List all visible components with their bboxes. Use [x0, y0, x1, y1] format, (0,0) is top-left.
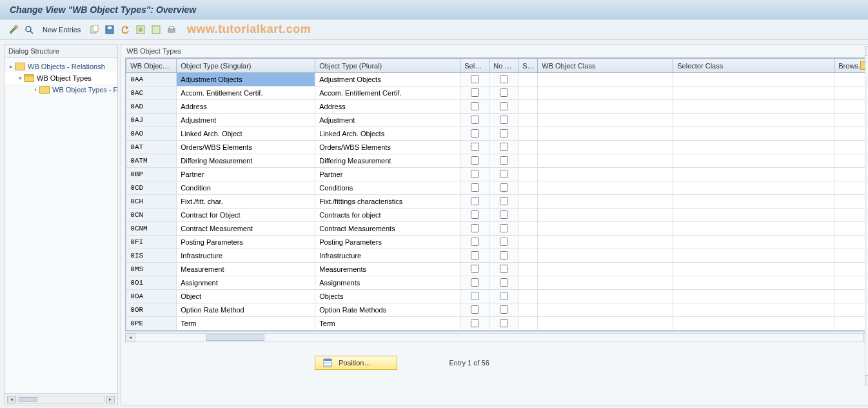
cell-brows-ob[interactable] — [834, 127, 868, 141]
table-row[interactable]: 0AOLinked Arch. ObjectLinked Arch. Objec… — [126, 127, 868, 141]
cell-object-type-plural[interactable]: Orders/WBS Elements — [315, 141, 460, 154]
table-vscroll-track[interactable] — [865, 56, 868, 375]
column-header[interactable]: No E… — [489, 59, 518, 73]
cell-selector-class[interactable] — [673, 222, 834, 236]
cell-select-checkbox[interactable] — [471, 197, 479, 205]
cell-select-checkbox[interactable] — [471, 238, 479, 246]
cell-selector-class[interactable] — [673, 276, 834, 290]
cell-object-type-plural[interactable]: Contracts for object — [315, 209, 460, 222]
cell-no-e-checkbox[interactable] — [500, 265, 508, 273]
cell-object-type-plural[interactable]: Option Rate Methods — [315, 303, 460, 317]
cell-wb-object-code[interactable]: 0FI — [126, 236, 177, 249]
cell-selector-class[interactable] — [673, 168, 834, 181]
cell-selector-class[interactable] — [673, 100, 834, 114]
cell-selector-class[interactable] — [673, 209, 834, 222]
cell-object-type-plural[interactable]: Posting Parameters — [315, 236, 460, 249]
cell-select-checkbox[interactable] — [471, 116, 479, 124]
cell-object-type-singular[interactable]: Infrastructure — [177, 249, 315, 263]
cell-s[interactable] — [518, 114, 538, 127]
cell-wb-object-code[interactable]: 0PE — [126, 317, 177, 331]
cell-brows-ob[interactable] — [834, 195, 868, 209]
table-row[interactable]: 0CDConditionConditions — [126, 181, 868, 195]
cell-wb-object-class[interactable] — [538, 263, 673, 276]
cell-brows-ob[interactable] — [834, 168, 868, 181]
cell-wb-object-code[interactable]: 0AC — [126, 87, 177, 100]
cell-object-type-singular[interactable]: Fixt./fitt. char. — [177, 195, 315, 209]
cell-select-checkbox[interactable] — [471, 143, 479, 151]
cell-no-e-checkbox[interactable] — [500, 292, 508, 300]
cell-brows-ob[interactable] — [834, 236, 868, 249]
cell-no-e-checkbox[interactable] — [500, 183, 508, 192]
cell-object-type-plural[interactable]: Term — [315, 317, 460, 331]
cell-wb-object-class[interactable] — [538, 209, 673, 222]
cell-brows-ob[interactable] — [834, 317, 868, 331]
cell-object-type-singular[interactable]: Object — [177, 290, 315, 303]
cell-object-type-singular[interactable]: Contract Measurement — [177, 222, 315, 236]
cell-no-e-checkbox[interactable] — [500, 278, 508, 287]
cell-brows-ob[interactable] — [834, 73, 868, 87]
cell-s[interactable] — [518, 195, 538, 209]
cell-wb-object-class[interactable] — [538, 73, 673, 87]
cell-wb-object-code[interactable]: 0CH — [126, 195, 177, 209]
cell-object-type-plural[interactable]: Assignments — [315, 276, 460, 290]
column-header[interactable]: Selec… — [460, 59, 489, 73]
cell-selector-class[interactable] — [673, 127, 834, 141]
table-row[interactable]: 0CNMContract MeasurementContract Measure… — [126, 222, 868, 236]
cell-s[interactable] — [518, 263, 538, 276]
cell-no-e-checkbox[interactable] — [500, 156, 508, 165]
table-row[interactable]: 0OAObjectObjects — [126, 290, 868, 303]
cell-wb-object-code[interactable]: 0AA — [126, 73, 177, 87]
sidebar-scroll-left[interactable]: ◂ — [7, 396, 16, 403]
cell-wb-object-code[interactable]: 0CN — [126, 209, 177, 222]
cell-s[interactable] — [518, 290, 538, 303]
cell-brows-ob[interactable] — [834, 222, 868, 236]
cell-select-checkbox[interactable] — [471, 183, 479, 192]
tree-twisty-icon[interactable]: ▾ — [16, 75, 24, 81]
cell-object-type-singular[interactable]: Condition — [177, 181, 315, 195]
copy-icon[interactable] — [88, 24, 100, 36]
cell-selector-class[interactable] — [673, 141, 834, 154]
table-row[interactable]: 0CNContract for ObjectContracts for obje… — [126, 209, 868, 222]
cell-select-checkbox[interactable] — [471, 170, 479, 178]
cell-select-checkbox[interactable] — [471, 156, 479, 165]
cell-object-type-singular[interactable]: Differing Measurement — [177, 154, 315, 168]
table-row[interactable]: 0AAAdjustment ObjectsAdjustment Objects — [126, 73, 868, 87]
sidebar-scroll-thumb[interactable] — [19, 397, 37, 402]
tree-twisty-icon[interactable]: ▸ — [7, 63, 15, 70]
cell-select-checkbox[interactable] — [471, 224, 479, 232]
cell-brows-ob[interactable] — [834, 114, 868, 127]
cell-selector-class[interactable] — [673, 263, 834, 276]
cell-no-e-checkbox[interactable] — [500, 116, 508, 124]
table-hscroll-track[interactable] — [135, 333, 863, 342]
new-entries-button[interactable]: New Entries — [39, 25, 84, 35]
table-row[interactable]: 0O1AssignmentAssignments — [126, 276, 868, 290]
cell-s[interactable] — [518, 222, 538, 236]
cell-select-checkbox[interactable] — [471, 319, 479, 327]
cell-object-type-plural[interactable]: Contract Measurements — [315, 222, 460, 236]
cell-wb-object-class[interactable] — [538, 222, 673, 236]
table-row[interactable]: 0CHFixt./fitt. char.Fixt./fittings chara… — [126, 195, 868, 209]
table-row[interactable]: 0AJAdjustmentAdjustment — [126, 114, 868, 127]
cell-wb-object-class[interactable] — [538, 249, 673, 263]
cell-object-type-plural[interactable]: Conditions — [315, 181, 460, 195]
print-icon[interactable] — [166, 24, 177, 36]
cell-select-checkbox[interactable] — [471, 102, 479, 110]
cell-wb-object-class[interactable] — [538, 141, 673, 154]
cell-object-type-plural[interactable]: Infrastructure — [315, 249, 460, 263]
table-row[interactable]: 0PETermTerm — [126, 317, 868, 331]
cell-select-checkbox[interactable] — [471, 210, 479, 219]
cell-brows-ob[interactable] — [834, 154, 868, 168]
cell-no-e-checkbox[interactable] — [500, 251, 508, 260]
save-icon[interactable] — [104, 24, 115, 36]
cell-object-type-singular[interactable]: Linked Arch. Object — [177, 127, 315, 141]
cell-no-e-checkbox[interactable] — [500, 129, 508, 138]
cell-wb-object-code[interactable]: 0IS — [126, 249, 177, 263]
table-hscroll-thumb[interactable] — [206, 334, 264, 341]
cell-object-type-singular[interactable]: Measurement — [177, 263, 315, 276]
cell-selector-class[interactable] — [673, 73, 834, 87]
cell-no-e-checkbox[interactable] — [500, 88, 508, 97]
cell-object-type-plural[interactable]: Measurements — [315, 263, 460, 276]
cell-s[interactable] — [518, 168, 538, 181]
cell-wb-object-code[interactable]: 0AD — [126, 100, 177, 114]
cell-object-type-plural[interactable]: Accom. Entitlement Certif. — [315, 87, 460, 100]
